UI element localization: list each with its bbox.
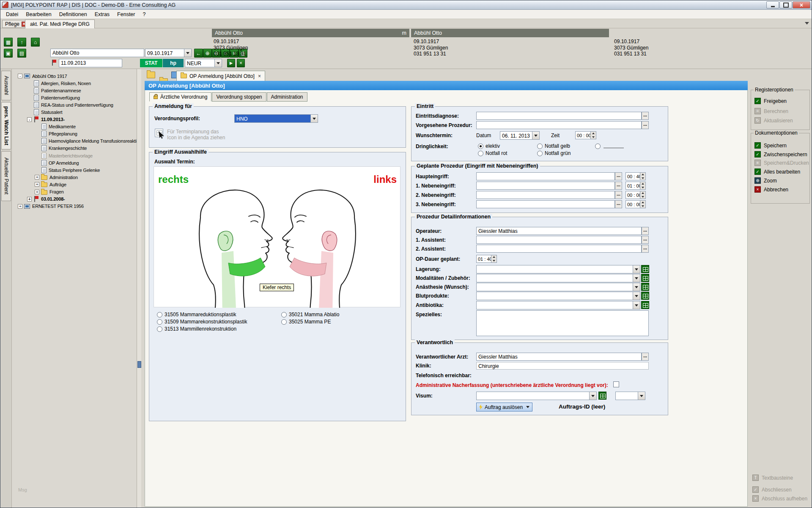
next-icon[interactable]: ► bbox=[227, 59, 235, 67]
radio-notfall-gelb[interactable] bbox=[537, 144, 543, 149]
select-grid-icon[interactable]: ▦ bbox=[4, 38, 13, 47]
nebeneingriff3-field[interactable] bbox=[476, 200, 615, 208]
spinner-arrows-icon[interactable] bbox=[640, 191, 645, 199]
antibiotika-catalog-button[interactable] bbox=[641, 301, 649, 309]
blutprodukte-catalog-button[interactable] bbox=[641, 292, 649, 300]
tree-scrollbar[interactable] bbox=[137, 69, 141, 508]
spezielles-textarea[interactable] bbox=[476, 310, 649, 336]
tree-row[interactable]: Patientenanamnese bbox=[14, 87, 137, 94]
modalitaeten-catalog-button[interactable] bbox=[641, 274, 649, 282]
assistent1-field[interactable] bbox=[476, 236, 642, 244]
spinner-arrows-icon[interactable] bbox=[590, 132, 596, 139]
antibiotika-combo[interactable] bbox=[476, 301, 640, 309]
haupteingriff-browse-button[interactable] bbox=[615, 172, 622, 180]
combo-arrow-icon[interactable] bbox=[633, 292, 640, 300]
verantwortlicher-arzt-field[interactable] bbox=[476, 353, 642, 361]
verordnungsprofil-arrow-icon[interactable] bbox=[310, 115, 318, 122]
window-icon[interactable]: ▣ bbox=[4, 49, 13, 58]
tree-row[interactable]: Patientenverfügung bbox=[14, 94, 137, 101]
verordnungsprofil-combo[interactable]: HNO bbox=[234, 114, 318, 123]
nebeneingriff2-browse-button[interactable] bbox=[615, 191, 622, 199]
radio-blank[interactable] bbox=[595, 144, 601, 149]
tree-row[interactable]: Status Periphere Gelenke bbox=[14, 166, 137, 174]
sidetab-watchlist[interactable]: pers. Watch List bbox=[1, 102, 11, 149]
nebeneingriff1-time-spinner[interactable]: 01 : 00 bbox=[625, 182, 646, 190]
tree-row-case-date[interactable]: 11.09.2013- bbox=[14, 116, 137, 123]
tree-row[interactable]: Medikamente bbox=[14, 123, 137, 130]
nacherfassung-checkbox[interactable] bbox=[613, 381, 619, 387]
lagerung-catalog-button[interactable] bbox=[641, 265, 649, 273]
expander-icon[interactable] bbox=[35, 182, 39, 187]
radio-elektiv[interactable] bbox=[478, 144, 483, 149]
maximize-button[interactable] bbox=[779, 1, 792, 8]
eintrittsdiagnose-field[interactable] bbox=[476, 112, 642, 120]
ear-region-left[interactable] bbox=[322, 231, 337, 251]
op-dauer-spinner[interactable]: 01 : 40 bbox=[476, 255, 497, 263]
vorgesehene-prozedur-field[interactable] bbox=[476, 121, 642, 129]
radio-31513[interactable] bbox=[157, 326, 162, 332]
eintrittsdiagnose-browse-button[interactable] bbox=[642, 112, 649, 120]
tree-row[interactable]: Allergien, Risiken, Noxen bbox=[14, 80, 137, 87]
combo-arrow-icon[interactable] bbox=[633, 283, 640, 291]
expander-icon[interactable] bbox=[18, 204, 22, 209]
cancel-icon[interactable]: × bbox=[237, 59, 245, 67]
operateur-field[interactable] bbox=[476, 227, 642, 235]
anaesthesie-combo[interactable] bbox=[476, 283, 640, 291]
tab-akt-pat[interactable]: akt. Pat. Medi Pflege DRG bbox=[25, 19, 95, 28]
tree-row-disabled[interactable]: Masterberichtsvorlage bbox=[14, 152, 137, 159]
combo-arrow-icon[interactable] bbox=[633, 265, 640, 273]
home-icon[interactable]: ⌂ bbox=[31, 38, 40, 47]
radio-notfall-gruen[interactable] bbox=[537, 151, 543, 156]
sidetab-auswahl[interactable]: Auswahl bbox=[1, 71, 11, 100]
menu-hilfe[interactable]: ? bbox=[139, 10, 150, 19]
tree-row[interactable]: REA-Status und Patientenverfügung bbox=[14, 101, 137, 108]
nebeneingriff3-browse-button[interactable] bbox=[615, 200, 622, 208]
sidetab-aktueller-patient[interactable]: Aktueller Patient bbox=[1, 151, 11, 201]
tree-scrollbar-thumb[interactable] bbox=[137, 361, 141, 368]
modalitaeten-combo[interactable] bbox=[476, 274, 640, 282]
visum-secondary-combo[interactable] bbox=[615, 392, 645, 400]
spinner-arrows-icon[interactable] bbox=[640, 173, 645, 180]
option-freigeben[interactable]: ✓Freigeben bbox=[754, 98, 787, 104]
radio-35025[interactable] bbox=[281, 319, 287, 325]
tree-row-patient[interactable]: ERNETEST PETER 1956 bbox=[14, 203, 137, 210]
nebeneingriff2-field[interactable] bbox=[476, 191, 615, 199]
option-zoom[interactable]: ⊕Zoom bbox=[754, 177, 777, 184]
tree-row-case-date[interactable]: 03.01.2008- bbox=[14, 196, 137, 203]
birthdate-combo-arrow-icon[interactable] bbox=[184, 49, 191, 57]
tree-row[interactable]: Pflegeplanung bbox=[14, 130, 137, 138]
menu-extras[interactable]: Extras bbox=[91, 10, 113, 19]
combo-arrow-icon[interactable] bbox=[633, 274, 640, 282]
vorgesehene-prozedur-browse-button[interactable] bbox=[642, 121, 649, 129]
menu-bearbeiten[interactable]: Bearbeiten bbox=[22, 10, 55, 19]
document-tab[interactable]: OP Anmeldung [Abbühl Otto] × bbox=[176, 71, 265, 81]
haupteingriff-field[interactable] bbox=[476, 172, 615, 180]
tree-row-folder[interactable]: Administration bbox=[14, 174, 137, 181]
visum-combo[interactable] bbox=[476, 392, 597, 400]
radio-35021[interactable] bbox=[281, 312, 287, 318]
option-abbrechen[interactable]: ×Abbrechen bbox=[754, 186, 788, 193]
unit-combo[interactable]: NEUR bbox=[185, 59, 222, 67]
haupteingriff-time-spinner[interactable]: 00 : 40 bbox=[625, 172, 646, 180]
combo-arrow-icon[interactable] bbox=[589, 392, 596, 400]
nebeneingriff1-browse-button[interactable] bbox=[615, 182, 622, 190]
close-button[interactable] bbox=[793, 1, 810, 8]
birthdate-combo[interactable]: 09.10.1917 bbox=[145, 49, 192, 57]
body-region-selector[interactable]: rechts links bbox=[154, 166, 401, 307]
assistent2-field[interactable] bbox=[476, 245, 642, 253]
visum-catalog-button[interactable] bbox=[598, 392, 606, 400]
ear-region-right[interactable] bbox=[218, 231, 233, 251]
button-dropdown-arrow-icon[interactable] bbox=[526, 406, 529, 408]
case-date-field[interactable] bbox=[59, 59, 122, 67]
option-alles-bearbeiten[interactable]: ✓Alles bearbeiten bbox=[754, 168, 800, 175]
option-zwischenspeichern[interactable]: ✓Zwischenspeichern bbox=[754, 151, 807, 157]
menu-datei[interactable]: Datei bbox=[2, 10, 22, 19]
subtab-administration[interactable]: Administration bbox=[267, 92, 307, 102]
back-icon[interactable]: ← bbox=[194, 49, 203, 58]
tree-row[interactable]: Abbühl Otto 1917 bbox=[14, 72, 137, 80]
assistent1-browse-button[interactable] bbox=[642, 236, 649, 244]
folder-open-icon[interactable] bbox=[147, 72, 155, 78]
expander-icon[interactable] bbox=[35, 190, 39, 194]
blutprodukte-combo[interactable] bbox=[476, 292, 640, 300]
grid-icon[interactable]: ▤ bbox=[17, 49, 26, 58]
